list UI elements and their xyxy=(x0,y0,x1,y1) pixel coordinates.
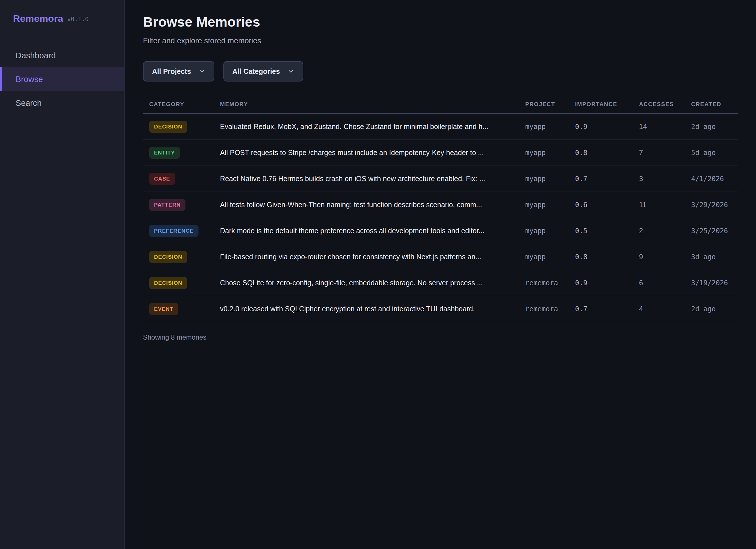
project-cell: myapp xyxy=(525,201,575,209)
project-cell: myapp xyxy=(525,175,575,183)
page-subtitle: Filter and explore stored memories xyxy=(143,37,756,45)
project-cell: rememora xyxy=(525,305,575,313)
importance-cell: 0.7 xyxy=(575,175,639,183)
importance-cell: 0.9 xyxy=(575,123,639,131)
category-badge: DECISION xyxy=(149,277,187,289)
project-cell: rememora xyxy=(525,279,575,287)
app-window: Rememora v0.1.0 Dashboard Browse Search … xyxy=(0,0,756,549)
accesses-cell: 11 xyxy=(639,201,691,209)
project-cell: myapp xyxy=(525,123,575,131)
column-header-accesses: Accesses xyxy=(639,101,691,108)
filter-bar: All Projects All Categories xyxy=(143,61,756,82)
importance-cell: 0.8 xyxy=(575,253,639,261)
table-row[interactable]: PREFERENCE Dark mode is the default them… xyxy=(143,218,738,244)
table-row[interactable]: EVENT v0.2.0 released with SQLCipher enc… xyxy=(143,296,738,322)
sidebar-nav: Dashboard Browse Search xyxy=(0,44,124,115)
column-header-category: Category xyxy=(143,101,220,108)
project-cell: myapp xyxy=(525,149,575,157)
sidebar-item-label: Search xyxy=(16,99,42,108)
category-badge: PREFERENCE xyxy=(149,225,198,237)
sidebar-item-dashboard[interactable]: Dashboard xyxy=(0,44,124,67)
created-cell: 3/29/2026 xyxy=(691,201,738,209)
memory-text: Evaluated Redux, MobX, and Zustand. Chos… xyxy=(220,123,525,131)
created-cell: 3d ago xyxy=(691,253,738,261)
main-content: Browse Memories Filter and explore store… xyxy=(125,0,756,549)
importance-cell: 0.8 xyxy=(575,149,639,157)
memory-text: React Native 0.76 Hermes builds crash on… xyxy=(220,175,525,183)
sidebar-item-label: Dashboard xyxy=(16,51,56,60)
table-row[interactable]: DECISION Chose SQLite for zero-config, s… xyxy=(143,270,738,296)
memory-text: Dark mode is the default theme preferenc… xyxy=(220,227,525,235)
created-cell: 3/19/2026 xyxy=(691,279,738,287)
chevron-down-icon xyxy=(198,68,205,75)
column-header-project: Project xyxy=(525,101,575,108)
result-count-status: Showing 8 memories xyxy=(143,333,756,341)
table-header-row: Category Memory Project Importance Acces… xyxy=(143,95,738,114)
created-cell: 2d ago xyxy=(691,305,738,313)
memory-text: All POST requests to Stripe /charges mus… xyxy=(220,149,525,157)
created-cell: 4/1/2026 xyxy=(691,175,738,183)
category-badge: ENTITY xyxy=(149,147,180,159)
accesses-cell: 6 xyxy=(639,279,691,287)
project-filter-value: All Projects xyxy=(152,67,191,76)
memory-text: Chose SQLite for zero-config, single-fil… xyxy=(220,279,525,287)
accesses-cell: 7 xyxy=(639,149,691,157)
column-header-created: Created xyxy=(691,101,738,108)
memory-text: v0.2.0 released with SQLCipher encryptio… xyxy=(220,305,525,313)
category-filter-dropdown[interactable]: All Categories xyxy=(223,61,303,82)
category-badge: EVENT xyxy=(149,303,178,315)
accesses-cell: 4 xyxy=(639,305,691,313)
category-badge: PATTERN xyxy=(149,199,185,211)
app-version: v0.1.0 xyxy=(67,14,89,23)
app-logo: Rememora xyxy=(13,13,63,24)
chevron-down-icon xyxy=(287,68,294,75)
category-badge: DECISION xyxy=(149,121,187,133)
column-header-memory: Memory xyxy=(220,101,525,108)
table-row[interactable]: PATTERN All tests follow Given-When-Then… xyxy=(143,192,738,218)
accesses-cell: 9 xyxy=(639,253,691,261)
importance-cell: 0.5 xyxy=(575,227,639,235)
category-badge: DECISION xyxy=(149,251,187,263)
table-row[interactable]: DECISION Evaluated Redux, MobX, and Zust… xyxy=(143,114,738,140)
memory-text: File-based routing via expo-router chose… xyxy=(220,253,525,261)
project-filter-dropdown[interactable]: All Projects xyxy=(143,61,214,82)
sidebar: Rememora v0.1.0 Dashboard Browse Search xyxy=(0,0,125,549)
memories-table: Category Memory Project Importance Acces… xyxy=(143,95,738,322)
created-cell: 5d ago xyxy=(691,149,738,157)
accesses-cell: 14 xyxy=(639,123,691,131)
project-cell: myapp xyxy=(525,253,575,261)
project-cell: myapp xyxy=(525,227,575,235)
category-badge: CASE xyxy=(149,173,175,185)
importance-cell: 0.7 xyxy=(575,305,639,313)
sidebar-item-label: Browse xyxy=(16,75,43,84)
table-row[interactable]: DECISION File-based routing via expo-rou… xyxy=(143,244,738,270)
importance-cell: 0.6 xyxy=(575,201,639,209)
sidebar-header: Rememora v0.1.0 xyxy=(0,0,124,37)
table-row[interactable]: CASE React Native 0.76 Hermes builds cra… xyxy=(143,166,738,192)
memory-text: All tests follow Given-When-Then naming:… xyxy=(220,201,525,209)
sidebar-item-browse[interactable]: Browse xyxy=(0,67,124,91)
category-filter-value: All Categories xyxy=(232,67,280,76)
sidebar-item-search[interactable]: Search xyxy=(0,91,124,115)
column-header-importance: Importance xyxy=(575,101,639,108)
created-cell: 3/25/2026 xyxy=(691,227,738,235)
table-row[interactable]: ENTITY All POST requests to Stripe /char… xyxy=(143,140,738,166)
accesses-cell: 3 xyxy=(639,175,691,183)
accesses-cell: 2 xyxy=(639,227,691,235)
page-title: Browse Memories xyxy=(143,14,756,30)
created-cell: 2d ago xyxy=(691,123,738,131)
importance-cell: 0.9 xyxy=(575,279,639,287)
